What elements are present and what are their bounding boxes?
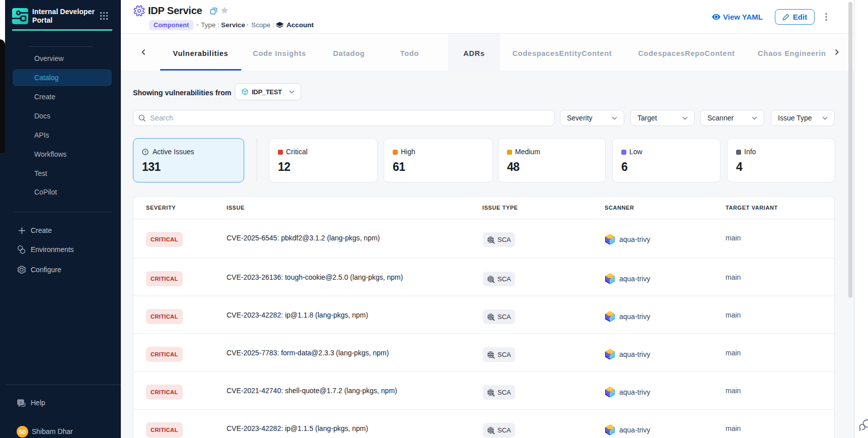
svg-text:?: ? (20, 401, 22, 405)
